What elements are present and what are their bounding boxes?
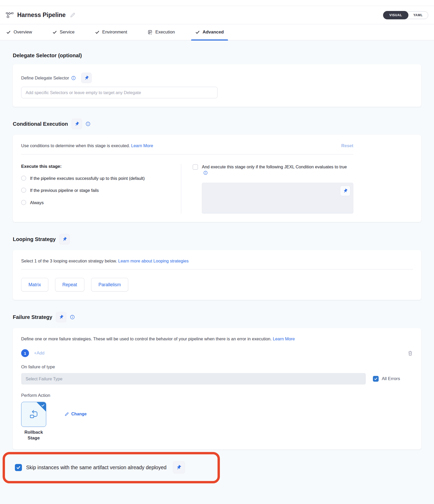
change-action-link[interactable]: Change bbox=[64, 412, 87, 416]
delegate-selector-section-heading: Delegate Selector (optional) bbox=[13, 53, 421, 59]
pipeline-icon bbox=[6, 12, 14, 18]
check-icon bbox=[195, 30, 200, 35]
divider bbox=[21, 269, 413, 270]
tab-overview-label: Overview bbox=[14, 30, 32, 35]
skip-instances-label: Skip instances with the same artifact ve… bbox=[26, 465, 167, 471]
repeat-button[interactable]: Repeat bbox=[55, 278, 84, 291]
looping-learn-more-link[interactable]: Learn more about Looping strategies bbox=[118, 259, 189, 264]
info-icon[interactable] bbox=[86, 122, 90, 126]
pin-button[interactable] bbox=[81, 73, 92, 83]
parallelism-button[interactable]: Parallelism bbox=[91, 278, 128, 291]
tab-environment[interactable]: Environment bbox=[92, 24, 130, 40]
radio-icon[interactable] bbox=[21, 188, 26, 193]
define-delegate-selector-label: Define Delegate Selector bbox=[21, 76, 69, 81]
conditional-execution-heading: Conditional Execution bbox=[13, 121, 68, 127]
edit-title-pencil-icon[interactable] bbox=[70, 12, 75, 18]
delegate-selector-input[interactable] bbox=[21, 87, 218, 98]
info-icon[interactable] bbox=[203, 171, 208, 175]
skip-instances-checkbox[interactable] bbox=[15, 464, 22, 471]
delegate-selector-card: Define Delegate Selector bbox=[13, 64, 421, 107]
all-errors-option[interactable]: All Errors bbox=[373, 376, 400, 382]
radio-label: If the pipeline executes successfully up… bbox=[30, 175, 145, 181]
conditional-execution-section-heading: Conditional Execution bbox=[13, 119, 421, 129]
jexl-condition-checkbox[interactable] bbox=[193, 164, 198, 170]
pin-button[interactable] bbox=[59, 234, 70, 244]
looping-strategy-section-heading: Looping Strategy bbox=[13, 234, 421, 244]
radio-label: Always bbox=[30, 200, 44, 205]
looping-strategy-heading: Looping Strategy bbox=[13, 236, 56, 242]
execution-play-icon bbox=[148, 30, 153, 35]
conditional-description: Use conditions to determine when this st… bbox=[21, 143, 130, 148]
radio-pipeline-success[interactable]: If the pipeline executes successfully up… bbox=[21, 175, 173, 181]
delete-strategy-trash-icon[interactable] bbox=[408, 350, 413, 356]
check-icon bbox=[52, 30, 57, 35]
check-icon bbox=[95, 30, 99, 35]
failure-type-select[interactable] bbox=[21, 373, 366, 385]
change-label: Change bbox=[71, 412, 87, 416]
info-icon[interactable] bbox=[71, 76, 76, 80]
pin-button[interactable] bbox=[72, 119, 82, 129]
radio-icon[interactable] bbox=[21, 200, 26, 205]
radio-previous-fails[interactable]: If the previous pipeline or stage fails bbox=[21, 187, 173, 193]
tab-execution-label: Execution bbox=[155, 30, 175, 35]
tab-service[interactable]: Service bbox=[50, 24, 77, 40]
stage-tabbar: Overview Service Environment Execution A… bbox=[0, 24, 434, 41]
app-header: Harness Pipeline VISUAL YAML bbox=[0, 6, 434, 24]
tab-execution[interactable]: Execution bbox=[145, 24, 178, 40]
reset-link[interactable]: Reset bbox=[341, 143, 353, 148]
execute-this-stage-label: Execute this stage: bbox=[21, 164, 173, 169]
rollback-stage-tile[interactable] bbox=[21, 402, 46, 427]
all-errors-label: All Errors bbox=[382, 376, 400, 381]
check-icon bbox=[6, 30, 11, 35]
pin-button[interactable] bbox=[56, 312, 66, 322]
failure-strategy-heading: Failure Strategy bbox=[13, 314, 52, 320]
skip-instances-row: Skip instances with the same artifact ve… bbox=[15, 461, 210, 473]
rollback-icon bbox=[28, 409, 39, 420]
perform-action-label: Perform Action bbox=[21, 393, 413, 398]
looping-strategy-card: Select 1 of the 3 looping execution stra… bbox=[13, 250, 421, 300]
add-strategy-link[interactable]: +Add bbox=[34, 351, 44, 356]
all-errors-checkbox[interactable] bbox=[373, 376, 379, 382]
jexl-condition-editor[interactable] bbox=[202, 183, 353, 214]
divider bbox=[21, 154, 353, 154]
conditional-learn-more-link[interactable]: Learn More bbox=[131, 143, 153, 148]
window-strip bbox=[0, 0, 434, 6]
matrix-button[interactable]: Matrix bbox=[21, 278, 48, 291]
highlight-annotation: Skip instances with the same artifact ve… bbox=[3, 452, 220, 483]
radio-label: If the previous pipeline or stage fails bbox=[30, 187, 99, 193]
failure-description: Define one or more failure strategies. T… bbox=[21, 336, 272, 341]
tab-advanced-label: Advanced bbox=[203, 30, 224, 35]
pin-button[interactable] bbox=[173, 461, 185, 473]
rollback-stage-label: Rollback Stage bbox=[18, 429, 49, 441]
tab-advanced[interactable]: Advanced bbox=[193, 24, 226, 40]
radio-icon[interactable] bbox=[21, 176, 26, 181]
info-icon[interactable] bbox=[70, 315, 75, 319]
jexl-condition-label: And execute this stage only if the follo… bbox=[202, 164, 347, 169]
conditional-execution-card: Use conditions to determine when this st… bbox=[13, 135, 421, 222]
strategy-number-badge[interactable]: 1 bbox=[21, 349, 29, 357]
radio-always[interactable]: Always bbox=[21, 200, 173, 205]
define-delegate-selector-row: Define Delegate Selector bbox=[21, 73, 413, 83]
toggle-visual[interactable]: VISUAL bbox=[383, 11, 408, 19]
tab-service-label: Service bbox=[60, 30, 75, 35]
tab-environment-label: Environment bbox=[102, 30, 127, 35]
failure-learn-more-link[interactable]: Learn More bbox=[273, 336, 295, 341]
failure-strategy-card: Define one or more failure strategies. T… bbox=[13, 328, 421, 449]
looping-description: Select 1 of the 3 looping execution stra… bbox=[21, 259, 117, 264]
failure-strategy-section-heading: Failure Strategy bbox=[13, 312, 421, 322]
pin-button[interactable] bbox=[340, 186, 350, 196]
on-failure-of-type-label: On failure of type bbox=[21, 364, 413, 370]
page-title: Harness Pipeline bbox=[17, 12, 66, 19]
toggle-yaml[interactable]: YAML bbox=[408, 11, 428, 19]
delegate-selector-heading: Delegate Selector (optional) bbox=[13, 53, 82, 59]
visual-yaml-toggle: VISUAL YAML bbox=[383, 11, 428, 19]
tab-overview[interactable]: Overview bbox=[4, 24, 35, 40]
